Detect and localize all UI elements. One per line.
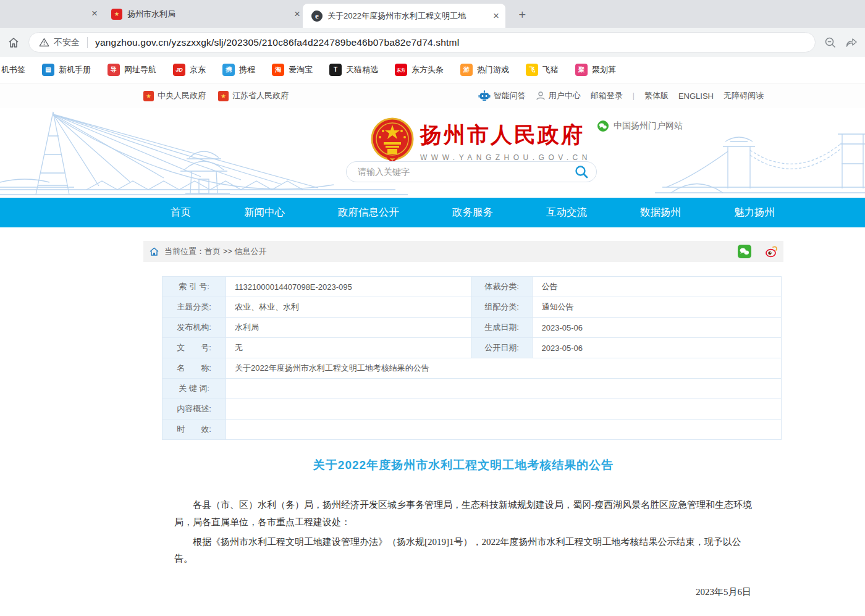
bookmark-item[interactable]: 导 网址导航 [108,64,156,76]
table-row: 索 引 号: 11321000014407098E-2023-095 体裁分类:… [162,277,782,297]
page-content: 当前位置：首页 >> 信息公开 索 引 号: 11321000014407098… [143,227,783,616]
table-row: 时 效: [162,420,782,440]
table-row: 主题分类: 农业、林业、水利 组配分类: 通知公告 [162,297,782,318]
bookmark-item[interactable]: 游 热门游戏 [460,64,509,76]
gov-top-bar: ★ 中央人民政府 ★ 江苏省人民政府 智能问答 用户中心 邮箱登录 | 繁体版 [0,83,865,108]
nav-news[interactable]: 新闻中心 [244,206,285,219]
address-bar: 不安全 yangzhou.gov.cn/yzszxxgk/slj/202305/… [0,28,865,57]
bookmark-item[interactable]: 东方 东方头条 [395,64,444,76]
table-row: 内容概述: [162,399,782,420]
traditional-link[interactable]: 繁体版 [644,90,669,101]
zoom-out-icon[interactable] [824,36,837,49]
juhuasuan-icon: 聚 [575,64,588,76]
bookmark-item[interactable]: 聚 聚划算 [575,64,616,76]
insecure-warning-icon [39,38,49,47]
breadcrumb-home-link[interactable]: 首页 [205,247,221,256]
smart-qa-link[interactable]: 智能问答 [478,90,526,101]
robot-icon [478,90,491,101]
url-text: yangzhou.gov.cn/yzszxxgk/slj/202305/210c… [95,37,459,48]
main-nav: 首页 新闻中心 政府信息公开 政务服务 互动交流 数据扬州 魅力扬州 [0,198,865,227]
tab-partial[interactable]: × [0,0,109,28]
national-emblem-logo [371,117,414,164]
nav-services[interactable]: 政务服务 [452,206,493,219]
divider: | [633,91,635,100]
divider [87,37,88,48]
home-icon[interactable] [150,247,159,256]
taobao-icon: 淘 [272,64,284,76]
emblem-icon: ★ [218,91,229,101]
search-input[interactable] [347,167,574,177]
bookmark-item[interactable]: ▤ 新机手册 [42,64,91,76]
english-link[interactable]: ENGLISH [678,91,714,101]
jd-icon: JD [173,64,185,76]
breadcrumb: 当前位置：首页 >> 信息公开 [143,241,783,262]
weibo-share-icon[interactable] [765,245,778,258]
table-row: 关 键 词: [162,379,782,399]
new-tab-button[interactable]: ＋ [514,6,530,22]
bookmark-item[interactable]: 机书签 [1,64,25,75]
manual-icon: ▤ [42,64,54,76]
wechat-icon [597,120,609,132]
security-label: 不安全 [54,37,80,48]
user-icon [536,91,546,101]
nav-site-icon: 导 [108,64,120,76]
table-row: 文 号: 无 公开日期: 2023-05-06 [162,338,782,358]
accessibility-link[interactable]: 无障碍阅读 [724,90,764,101]
portal-link[interactable]: 中国扬州门户网站 [597,120,683,132]
article: 关于2022年度扬州市水利工程文明工地考核结果的公告 各县（市、区）水利（务）局… [143,457,783,616]
browser-home-icon[interactable] [7,36,20,49]
tab-shuiliju[interactable]: ★ 扬州市水利局 × [111,0,300,28]
bookmark-item[interactable]: 携 携程 [222,64,255,76]
nav-interaction[interactable]: 互动交流 [546,206,587,219]
browser-tab-strip: × ★ 扬州市水利局 × e 关于2022年度扬州市水利工程文明工地 × ＋ [0,0,865,28]
tmall-icon: T [329,64,342,76]
central-gov-link[interactable]: ★ 中央人民政府 [143,90,206,101]
bookmark-item[interactable]: 飞 飞猪 [526,64,559,76]
bookmark-item[interactable]: 淘 爱淘宝 [272,64,313,76]
toutiao-icon: 东方 [395,64,407,76]
url-field[interactable]: 不安全 yangzhou.gov.cn/yzszxxgk/slj/202305/… [28,32,816,53]
article-paragraph: 根据《扬州市水利工程文明工地建设管理办法》（扬水规[2019]1号），2022年… [174,534,753,568]
nav-charm[interactable]: 魅力扬州 [734,206,775,219]
site-e-favicon: e [311,11,323,22]
nav-data[interactable]: 数据扬州 [640,206,681,219]
gov-emblem-favicon: ★ [111,9,122,20]
article-paragraph: 各县（市、区）水利（务）局，扬州经济开发区城乡事务管理局，生态科技新城规划建设局… [174,497,753,531]
mail-login-link[interactable]: 邮箱登录 [591,90,623,101]
info-table: 索 引 号: 11321000014407098E-2023-095 体裁分类:… [162,276,782,440]
ctrip-icon: 携 [222,64,235,76]
close-icon[interactable]: × [91,8,98,19]
nav-home[interactable]: 首页 [171,206,191,219]
bookmark-item[interactable]: JD 京东 [173,64,206,76]
article-date: 2023年5月6日 [174,586,753,598]
fliggy-icon: 飞 [526,64,538,76]
breadcrumb-text: 当前位置：首页 >> 信息公开 [164,246,266,257]
bookmarks-bar: 机书签 ▤ 新机手册 导 网址导航 JD 京东 携 携程 淘 爱淘宝 T 天猫精… [0,57,865,83]
table-row: 名 称: 关于2022年度扬州市水利工程文明工地考核结果的公告 [162,358,782,379]
site-name: 扬州市人民政府 [420,120,591,150]
table-row: 发布机构: 水利局 生成日期: 2023-05-06 [162,318,782,338]
tab-title: 关于2022年度扬州市水利工程文明工地 [327,11,493,22]
nav-info-disclosure[interactable]: 政府信息公开 [338,206,399,219]
bookmark-item[interactable]: T 天猫精选 [329,64,378,76]
close-icon[interactable]: × [493,11,499,21]
user-center-link[interactable]: 用户中心 [536,90,581,101]
article-title: 关于2022年度扬州市水利工程文明工地考核结果的公告 [174,457,753,473]
tab-active-announcement[interactable]: e 关于2022年度扬州市水利工程文明工地 × [303,4,505,28]
close-icon[interactable]: × [294,9,300,19]
emblem-icon: ★ [143,91,154,101]
jiangsu-gov-link[interactable]: ★ 江苏省人民政府 [218,90,289,101]
search-icon[interactable] [574,164,589,179]
site-url: WWW.YANGZHOU.GOV.CN [420,153,591,162]
tab-title: 扬州市水利局 [127,9,289,20]
site-search-box [346,161,597,182]
share-icon[interactable] [845,36,858,49]
wechat-share-icon[interactable] [738,245,751,258]
site-banner: 扬州市人民政府 WWW.YANGZHOU.GOV.CN 中国扬州门户网站 [0,108,865,198]
breadcrumb-current[interactable]: 信息公开 [234,247,266,256]
games-icon: 游 [460,64,473,76]
